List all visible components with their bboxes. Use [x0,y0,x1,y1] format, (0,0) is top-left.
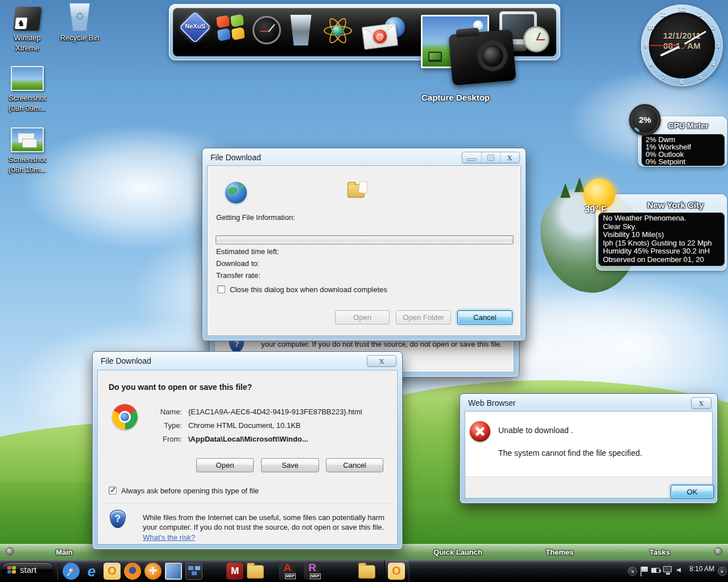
open-folder-button[interactable]: Open Folder [396,310,451,325]
windows-flag-icon [216,14,246,42]
dock-item-clock[interactable] [253,16,281,44]
atom-globe-icon [322,15,354,47]
whats-the-risk-link[interactable]: What's the risk? [143,533,195,542]
weather-details: No Weather Phenomena. Clear Sky. Visibil… [598,213,725,266]
weather-widget[interactable]: New York City No Weather Phenomena. Clea… [569,171,728,273]
shelf-tab-quick-launch[interactable]: Quick Launch [421,548,495,556]
close-button[interactable]: X [692,398,711,408]
outlook-letter: O [388,563,405,580]
tray-collapse-icon[interactable]: ◄ [628,567,637,576]
dialog-titlebar[interactable]: File Download X [93,352,402,369]
recycle-glass-icon [289,15,313,45]
cancel-button[interactable]: Cancel [326,458,383,472]
ok-button[interactable]: OK [671,485,714,498]
tray-flag-icon[interactable] [642,567,648,572]
taskbar-icon-firefox[interactable] [124,563,141,580]
desktop-icon-recycle-bin[interactable]: Recycle Bin [53,3,106,43]
desktop-icon-label: Screenshot (08h 10m... [1,155,53,174]
tray-battery-icon[interactable] [651,568,660,573]
taskbar-icon-outlook[interactable]: O [104,563,121,580]
chrome-file-icon [112,404,138,430]
open-button[interactable]: Open [196,458,254,472]
shelf-ornament-left[interactable] [6,547,14,555]
transfer-rate-label: Transfer rate: [216,271,260,280]
from-value: \AppData\Local\Microsoft\Windo... [188,435,308,443]
type-value: Chrome HTML Document, 10.1KB [188,421,300,430]
dock-item-internet[interactable] [322,15,354,47]
desktop-icon-label: Winstep Xtreme [1,33,53,53]
open-button[interactable]: Open [335,310,390,325]
desktop-icon-winstep-xtreme[interactable]: Winstep Xtreme [1,7,53,53]
dialog-titlebar[interactable]: File Download X [202,148,526,165]
dock-item-capture-desktop[interactable] [421,15,495,89]
recycle-bin-icon [68,3,92,31]
taskbar-icon-autocad-mep[interactable]: A MEP [279,563,296,580]
taskbar-icon-internet-explorer[interactable]: e [83,563,100,580]
cancel-button[interactable]: Cancel [457,310,512,325]
dock-item-recycle-bin[interactable] [289,15,313,45]
tray-volume-icon[interactable] [677,568,681,572]
security-shield-icon: ? [110,510,126,528]
taskbar-icon-remote-desktop[interactable] [165,563,182,580]
file-download-dialog: File Download X Do you want to open or s… [92,351,403,550]
screenshot-thumbnail-icon [11,127,44,152]
cpu-meter-widget[interactable]: CPU Meter 2% Dwm 1% Workshelf 0% Outlook… [626,102,728,168]
tray-clock[interactable]: 8:10 AM [686,565,718,573]
weather-line: Observed on December 01, 20 [603,256,720,264]
thumbnail-dialog [22,139,37,148]
web-browser-error-dialog: Web Browser X Unable to download . The s… [460,393,718,504]
checkbox-label: Always ask before opening this type of f… [121,487,259,495]
compass-glyph: ✛ [144,563,162,580]
save-button[interactable]: Save [261,458,319,472]
taskbar-icon-revit-mep[interactable]: R MEP [304,563,321,580]
minimize-button[interactable] [462,152,481,163]
mep-chip: MEP [310,573,321,579]
close-when-complete-checkbox[interactable] [217,285,225,293]
shelf-tab-themes[interactable]: Themes [532,548,587,556]
taskbar-icon-folder-2[interactable] [358,565,375,579]
taskbar-icon-autocad-compass[interactable]: ✛ [144,563,162,580]
caption-buttons: X [462,152,520,163]
checkbox-label: Close this dialog box when download comp… [230,285,387,294]
clock-widget[interactable]: 12 1 2 3 4 5 6 7 8 9 10 11 12/1/2011 08:… [636,0,727,91]
ie-letter: e [83,563,100,580]
shelf-tab-main[interactable]: Main [39,548,90,556]
from-label: From: [152,435,182,443]
taskbar-icon-folder[interactable] [247,565,264,579]
always-ask-checkbox[interactable] [109,487,117,494]
dock-item-email[interactable]: @ [363,17,406,52]
dock-item-windows[interactable] [217,15,246,41]
weather-line: Visibility 10 Mile(s) [603,231,720,239]
taskbar-icon-outlook-active[interactable]: O [388,563,405,580]
maximize-button[interactable] [481,152,500,163]
tray-expand-icon[interactable]: ► [718,567,727,576]
desktop-icon-screenshot-1[interactable]: Screenshot (08h 09m... [1,66,53,113]
caption-buttons: X [691,397,712,409]
screenshot-thumbnail-icon [11,66,44,91]
shelf-tab-tasks[interactable]: Tasks [632,548,687,556]
shelf-ornament-right[interactable] [714,547,722,555]
dialog-title: Web Browser [468,398,516,408]
weather-line: Iph (15 Knots) Gusting to 22 Mph [603,239,720,248]
start-button[interactable]: start [1,562,54,577]
nexus-label: NeXuS [179,23,211,30]
windows-flag-icon [7,566,16,574]
taskbar-icon-virtual-monitors[interactable] [185,563,202,580]
desktop-icon-screenshot-2[interactable]: Screenshot (08h 10m... [1,127,53,174]
error-icon [470,421,490,442]
desktop-icon-label: Screenshot (08h 09m... [1,93,53,113]
tray-network-icon[interactable] [663,566,672,572]
name-label: Name: [152,408,182,416]
weather-temperature: 39° F [585,205,606,215]
taskbar-icon-safari[interactable] [63,563,80,580]
maxthon-letter: M [226,563,243,580]
type-label: Type: [152,421,182,430]
close-button[interactable]: X [367,356,396,366]
close-button[interactable]: X [500,152,519,163]
taskbar-separator [57,563,58,580]
desktop: Winstep Xtreme Recycle Bin Screenshot (0… [0,0,728,582]
error-message-1: Unable to download . [498,426,573,435]
dialog-titlebar[interactable]: Web Browser X [460,394,717,411]
taskbar-icon-maxthon[interactable]: M [226,563,243,580]
dock-item-nexus[interactable]: NeXuS [179,13,211,44]
